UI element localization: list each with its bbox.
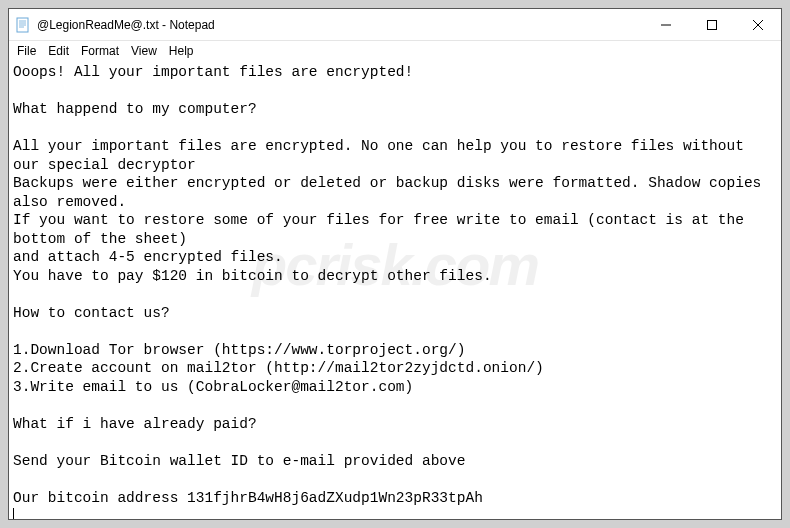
menu-bar: File Edit Format View Help — [9, 41, 781, 61]
menu-edit[interactable]: Edit — [42, 43, 75, 59]
editor-content: Ooops! All your important files are encr… — [13, 64, 770, 506]
svg-rect-6 — [708, 21, 717, 30]
menu-help[interactable]: Help — [163, 43, 200, 59]
notepad-window: @LegionReadMe@.txt - Notepad File Edit F… — [8, 8, 782, 520]
notepad-app-icon — [15, 17, 31, 33]
menu-view[interactable]: View — [125, 43, 163, 59]
maximize-button[interactable] — [689, 9, 735, 41]
title-bar[interactable]: @LegionReadMe@.txt - Notepad — [9, 9, 781, 41]
window-controls — [643, 9, 781, 40]
close-button[interactable] — [735, 9, 781, 41]
menu-format[interactable]: Format — [75, 43, 125, 59]
text-caret — [13, 508, 14, 519]
menu-file[interactable]: File — [11, 43, 42, 59]
window-title: @LegionReadMe@.txt - Notepad — [37, 18, 643, 32]
text-editor[interactable]: Ooops! All your important files are encr… — [9, 61, 781, 519]
minimize-button[interactable] — [643, 9, 689, 41]
